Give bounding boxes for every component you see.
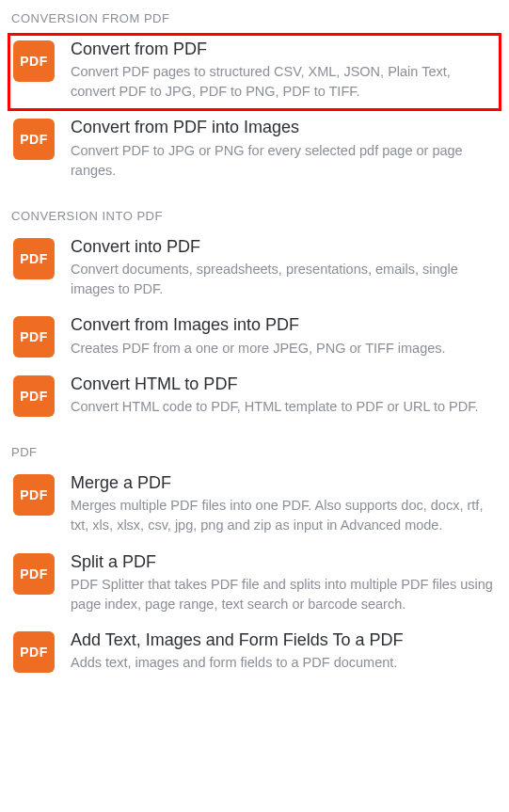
item-content: Add Text, Images and Form Fields To a PD… xyxy=(71,629,496,673)
item-title: Convert from Images into PDF xyxy=(71,314,496,338)
list-item-convert-from-pdf-images[interactable]: PDFConvert from PDF into ImagesConvert P… xyxy=(8,111,501,189)
list-item-convert-html-to-pdf[interactable]: PDFConvert HTML to PDFConvert HTML code … xyxy=(8,368,501,426)
list-item-merge-pdf[interactable]: PDFMerge a PDFMerges multiple PDF files … xyxy=(8,467,501,545)
item-title: Add Text, Images and Form Fields To a PD… xyxy=(71,629,496,653)
item-content: Convert from Images into PDFCreates PDF … xyxy=(71,314,496,358)
item-description: Convert documents, spreadsheets, present… xyxy=(71,260,496,299)
item-title: Split a PDF xyxy=(71,551,496,575)
item-title: Convert from PDF xyxy=(71,39,496,62)
list-item-split-pdf[interactable]: PDFSplit a PDFPDF Splitter that takes PD… xyxy=(8,546,501,624)
section-header: CONVERSION FROM PDF xyxy=(8,8,501,33)
item-description: Merges multiple PDF files into one PDF. … xyxy=(71,496,496,535)
pdf-icon: PDF xyxy=(13,316,55,358)
item-content: Convert into PDFConvert documents, sprea… xyxy=(71,236,496,299)
item-content: Convert HTML to PDFConvert HTML code to … xyxy=(71,374,496,417)
item-title: Convert HTML to PDF xyxy=(71,374,496,397)
item-title: Merge a PDF xyxy=(71,472,496,496)
item-content: Merge a PDFMerges multiple PDF files int… xyxy=(71,472,496,535)
item-content: Convert from PDFConvert PDF pages to str… xyxy=(71,39,496,102)
pdf-icon: PDF xyxy=(13,631,55,673)
item-description: Convert PDF to JPG or PNG for every sele… xyxy=(71,141,496,181)
pdf-icon: PDF xyxy=(13,238,55,279)
list-item-add-text-images-form-fields[interactable]: PDFAdd Text, Images and Form Fields To a… xyxy=(8,624,501,682)
item-description: Convert PDF pages to structured CSV, XML… xyxy=(71,62,496,102)
item-description: Creates PDF from a one or more JPEG, PNG… xyxy=(71,339,496,358)
pdf-icon: PDF xyxy=(13,119,55,160)
item-title: Convert from PDF into Images xyxy=(71,117,496,140)
item-content: Convert from PDF into ImagesConvert PDF … xyxy=(71,117,496,180)
section-header: CONVERSION INTO PDF xyxy=(8,205,501,231)
pdf-icon: PDF xyxy=(13,553,55,595)
section: CONVERSION INTO PDFPDFConvert into PDFCo… xyxy=(8,205,501,426)
list-item-convert-images-into-pdf[interactable]: PDFConvert from Images into PDFCreates P… xyxy=(8,309,501,367)
item-description: Convert HTML code to PDF, HTML template … xyxy=(71,397,496,417)
item-description: PDF Splitter that takes PDF file and spl… xyxy=(71,575,496,614)
list-item-convert-into-pdf[interactable]: PDFConvert into PDFConvert documents, sp… xyxy=(8,231,501,309)
pdf-icon: PDF xyxy=(13,375,55,417)
section: PDFPDFMerge a PDFMerges multiple PDF fil… xyxy=(8,441,501,682)
pdf-icon: PDF xyxy=(13,474,55,516)
pdf-icon: PDF xyxy=(13,40,55,82)
section-header: PDF xyxy=(8,441,501,467)
item-title: Convert into PDF xyxy=(71,236,496,260)
item-description: Adds text, images and form fields to a P… xyxy=(71,653,496,673)
list-item-convert-from-pdf[interactable]: PDFConvert from PDFConvert PDF pages to … xyxy=(8,33,501,111)
section: CONVERSION FROM PDFPDFConvert from PDFCo… xyxy=(8,8,501,190)
item-content: Split a PDFPDF Splitter that takes PDF f… xyxy=(71,551,496,614)
